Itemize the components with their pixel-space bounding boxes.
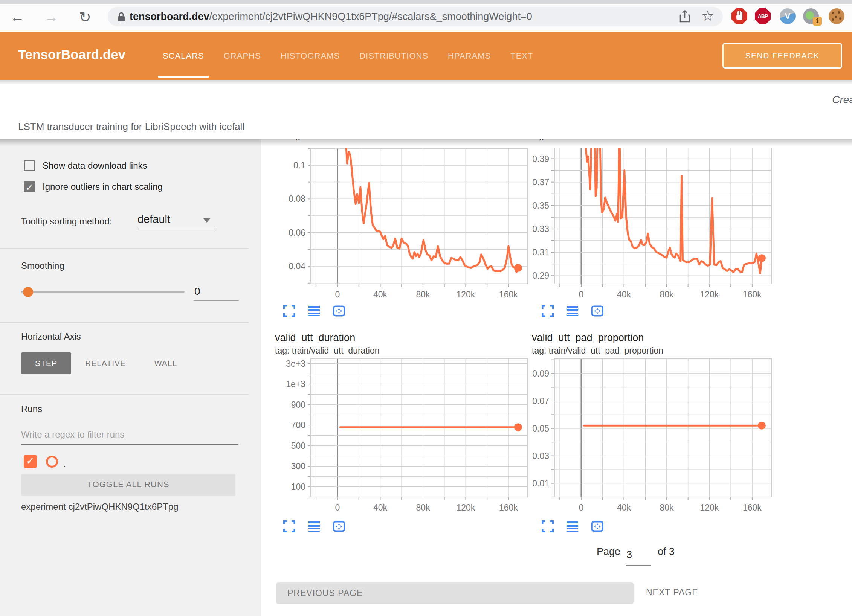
svg-text:80k: 80k <box>416 503 430 512</box>
horizontal-lines-icon[interactable] <box>566 520 579 532</box>
app-header: TensorBoard.dev SCALARS GRAPHS HISTOGRAM… <box>0 32 852 80</box>
send-feedback-button[interactable]: SEND FEEDBACK <box>722 43 842 69</box>
svg-text:0.03: 0.03 <box>532 451 549 461</box>
previous-page-button[interactable]: PREVIOUS PAGE <box>276 582 634 604</box>
address-bar[interactable]: tensorboard.dev/experiment/cj2vtPiwQHKN9… <box>108 7 723 26</box>
page-input[interactable]: 3 <box>626 549 632 561</box>
axis-wall-button[interactable]: WALL <box>151 352 181 374</box>
next-page-button[interactable]: NEXT PAGE <box>646 587 698 598</box>
horizontal-lines-icon[interactable] <box>566 305 579 317</box>
svg-text:0.06: 0.06 <box>289 228 305 238</box>
fit-domain-icon[interactable] <box>591 305 603 317</box>
fit-domain-icon[interactable] <box>591 520 603 532</box>
adblock-extension-icon[interactable] <box>731 8 747 24</box>
chart-valid-utt-duration: 040k80k120k160k1003005007009001.1e+31.3e… <box>285 357 530 514</box>
axis-relative-button[interactable]: RELATIVE <box>84 352 127 374</box>
chart-valid-utt-pad-proportion: 040k80k120k160k0.010.030.050.070.09 <box>529 357 774 514</box>
svg-text:0.37: 0.37 <box>532 177 549 187</box>
select-underline <box>136 229 217 229</box>
checkbox-unchecked[interactable] <box>24 160 35 171</box>
chart-title-valid-utt-pad-proportion: valid_utt_pad_proportion <box>532 332 644 344</box>
bookmark-star-icon[interactable]: ☆ <box>701 8 714 24</box>
back-icon[interactable]: ← <box>8 9 26 25</box>
fit-domain-icon[interactable] <box>333 305 345 317</box>
svg-text:120k: 120k <box>456 290 475 299</box>
chart-tag-valid-utt-pad-proportion: tag: train/valid_utt_pad_proportion <box>532 346 663 356</box>
svg-text:0.33: 0.33 <box>532 224 549 234</box>
created-text: Crea <box>832 94 852 106</box>
fullscreen-icon[interactable] <box>542 305 554 317</box>
run-checkbox[interactable]: ✓ <box>24 455 37 468</box>
runs-filter-input[interactable]: Write a regex to filter runs <box>21 429 124 440</box>
tooltip-sorting-select[interactable]: default <box>137 213 170 226</box>
page-label: Page <box>597 546 620 558</box>
chart-actions <box>283 520 345 532</box>
axis-step-button[interactable]: STEP <box>21 352 71 374</box>
runs-label: Runs <box>21 404 42 414</box>
fullscreen-icon[interactable] <box>283 305 295 317</box>
svg-text:80k: 80k <box>660 290 674 299</box>
svg-text:120k: 120k <box>456 503 475 512</box>
svg-text:0: 0 <box>579 290 584 299</box>
vimium-extension-icon[interactable]: V <box>780 8 796 24</box>
header-shadow <box>0 80 852 85</box>
chevron-down-icon[interactable] <box>203 218 210 223</box>
url-path: /experiment/cj2vtPiwQHKN9Q1tx6PTpg/#scal… <box>209 11 532 22</box>
svg-text:0: 0 <box>335 503 340 512</box>
reload-icon[interactable]: ↻ <box>76 9 94 26</box>
svg-text:80k: 80k <box>416 290 430 299</box>
chart-train-metric-2: 040k80k120k160k0.290.310.330.350.370.39 <box>529 146 774 301</box>
toggle-all-runs-button[interactable]: TOGGLE ALL RUNS <box>21 474 235 496</box>
horizontal-lines-icon[interactable] <box>308 305 320 317</box>
svg-text:0.29: 0.29 <box>532 271 549 281</box>
svg-text:300: 300 <box>291 461 305 471</box>
smoothing-slider[interactable] <box>21 291 185 293</box>
chart-actions <box>542 305 603 317</box>
svg-text:0.39: 0.39 <box>532 154 549 164</box>
checkbox-checked[interactable]: ✓ <box>24 181 35 192</box>
lock-icon <box>117 11 126 23</box>
cookie-icon[interactable] <box>829 8 844 24</box>
tab-scalars[interactable]: SCALARS <box>163 32 204 80</box>
show-download-links-checkbox[interactable]: Show data download links <box>24 160 147 171</box>
tab-distributions[interactable]: DISTRIBUTIONS <box>359 32 428 80</box>
fullscreen-icon[interactable] <box>283 520 295 532</box>
extension-icon-gray[interactable]: 1 <box>803 8 819 24</box>
page-of-label: of 3 <box>658 546 675 558</box>
extensions-badge: 1 <box>813 17 822 26</box>
svg-text:40k: 40k <box>373 503 388 512</box>
svg-text:80k: 80k <box>660 503 674 512</box>
url-text: tensorboard.dev/experiment/cj2vtPiwQHKN9… <box>130 11 532 23</box>
svg-text:0.05: 0.05 <box>532 424 549 433</box>
svg-text:100: 100 <box>291 482 305 492</box>
smoothing-value[interactable]: 0 <box>194 285 200 297</box>
experiment-band: Crea LSTM transducer training for LibriS… <box>0 80 852 139</box>
tab-histograms[interactable]: HISTOGRAMS <box>281 32 340 80</box>
run-color-swatch[interactable] <box>46 456 58 468</box>
window-top-strip <box>0 0 852 4</box>
smoothing-label: Smoothing <box>21 261 64 271</box>
chart-title-valid-utt-duration: valid_utt_duration <box>275 332 355 344</box>
divider <box>0 394 249 395</box>
fullscreen-icon[interactable] <box>542 520 554 532</box>
tab-graphs[interactable]: GRAPHS <box>224 32 261 80</box>
chart-actions <box>542 520 603 532</box>
fit-domain-icon[interactable] <box>333 520 345 532</box>
share-icon[interactable] <box>679 10 690 23</box>
forward-icon[interactable]: → <box>42 9 60 25</box>
svg-text:0.09: 0.09 <box>532 369 549 378</box>
ignore-outliers-checkbox[interactable]: ✓ Ignore outliers in chart scaling <box>24 181 163 192</box>
svg-text:160k: 160k <box>499 503 518 512</box>
tab-text[interactable]: TEXT <box>510 32 533 80</box>
svg-text:160k: 160k <box>743 290 762 299</box>
tab-hparams[interactable]: HPARAMS <box>448 32 491 80</box>
horizontal-lines-icon[interactable] <box>308 520 320 532</box>
show-download-links-label: Show data download links <box>43 160 147 171</box>
divider <box>0 248 249 249</box>
svg-text:0: 0 <box>579 503 584 512</box>
smoothing-slider-thumb[interactable] <box>23 287 33 297</box>
abp-extension-icon[interactable]: ABP <box>755 8 771 24</box>
run-name: . <box>63 459 66 469</box>
svg-text:40k: 40k <box>617 503 631 512</box>
page-input-underline <box>626 565 651 566</box>
